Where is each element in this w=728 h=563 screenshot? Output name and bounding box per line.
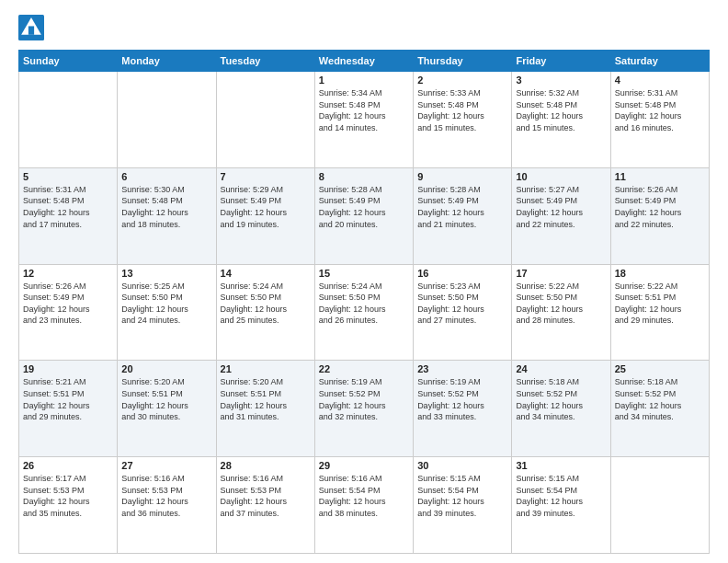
- day-info: Sunrise: 5:16 AMSunset: 5:54 PMDaylight:…: [319, 473, 409, 519]
- day-info: Sunrise: 5:31 AMSunset: 5:48 PMDaylight:…: [23, 184, 113, 230]
- day-number: 22: [319, 363, 409, 374]
- calendar-cell: 30Sunrise: 5:15 AMSunset: 5:54 PMDayligh…: [414, 457, 512, 554]
- calendar-cell: [610, 457, 709, 554]
- calendar-cell: [19, 72, 118, 168]
- calendar-cell: 17Sunrise: 5:22 AMSunset: 5:50 PMDayligh…: [512, 264, 610, 361]
- day-number: 7: [221, 171, 311, 182]
- day-info: Sunrise: 5:32 AMSunset: 5:48 PMDaylight:…: [516, 87, 606, 133]
- calendar-cell: 2Sunrise: 5:33 AMSunset: 5:48 PMDaylight…: [414, 72, 512, 168]
- day-info: Sunrise: 5:15 AMSunset: 5:54 PMDaylight:…: [417, 473, 507, 519]
- calendar-cell: 4Sunrise: 5:31 AMSunset: 5:48 PMDaylight…: [610, 72, 709, 168]
- day-number: 23: [417, 363, 507, 374]
- weekday-header-thursday: Thursday: [414, 51, 512, 72]
- week-row-1: 1Sunrise: 5:34 AMSunset: 5:48 PMDaylight…: [19, 72, 710, 168]
- weekday-header-tuesday: Tuesday: [216, 51, 314, 72]
- day-info: Sunrise: 5:15 AMSunset: 5:54 PMDaylight:…: [516, 473, 606, 519]
- day-number: 5: [23, 171, 113, 182]
- day-info: Sunrise: 5:29 AMSunset: 5:49 PMDaylight:…: [221, 184, 311, 230]
- calendar-cell: 12Sunrise: 5:26 AMSunset: 5:49 PMDayligh…: [19, 264, 118, 361]
- weekday-header-row: SundayMondayTuesdayWednesdayThursdayFrid…: [19, 51, 710, 72]
- calendar-cell: 6Sunrise: 5:30 AMSunset: 5:48 PMDaylight…: [118, 167, 216, 264]
- calendar-cell: 11Sunrise: 5:26 AMSunset: 5:49 PMDayligh…: [610, 167, 709, 264]
- calendar-table: SundayMondayTuesdayWednesdayThursdayFrid…: [18, 50, 710, 554]
- calendar-cell: [216, 72, 314, 168]
- week-row-3: 12Sunrise: 5:26 AMSunset: 5:49 PMDayligh…: [19, 264, 710, 361]
- calendar-cell: [118, 72, 216, 168]
- day-info: Sunrise: 5:21 AMSunset: 5:51 PMDaylight:…: [23, 376, 113, 422]
- day-number: 29: [319, 460, 409, 471]
- calendar-cell: 20Sunrise: 5:20 AMSunset: 5:51 PMDayligh…: [118, 361, 216, 457]
- day-info: Sunrise: 5:20 AMSunset: 5:51 PMDaylight:…: [221, 376, 311, 422]
- day-number: 15: [319, 268, 409, 279]
- calendar-cell: 24Sunrise: 5:18 AMSunset: 5:52 PMDayligh…: [512, 361, 610, 457]
- calendar-cell: 13Sunrise: 5:25 AMSunset: 5:50 PMDayligh…: [118, 264, 216, 361]
- day-info: Sunrise: 5:23 AMSunset: 5:50 PMDaylight:…: [417, 281, 507, 327]
- day-info: Sunrise: 5:27 AMSunset: 5:49 PMDaylight:…: [516, 184, 606, 230]
- calendar-cell: 19Sunrise: 5:21 AMSunset: 5:51 PMDayligh…: [19, 361, 118, 457]
- day-number: 12: [23, 268, 113, 279]
- day-number: 4: [615, 75, 705, 86]
- day-number: 16: [417, 268, 507, 279]
- day-number: 10: [516, 171, 606, 182]
- day-number: 20: [121, 363, 211, 374]
- calendar-cell: 28Sunrise: 5:16 AMSunset: 5:53 PMDayligh…: [216, 457, 314, 554]
- day-info: Sunrise: 5:31 AMSunset: 5:48 PMDaylight:…: [615, 87, 705, 133]
- calendar-cell: 9Sunrise: 5:28 AMSunset: 5:49 PMDaylight…: [414, 167, 512, 264]
- day-number: 27: [121, 460, 211, 471]
- day-number: 18: [615, 268, 705, 279]
- day-info: Sunrise: 5:18 AMSunset: 5:52 PMDaylight:…: [615, 376, 705, 422]
- calendar-cell: 10Sunrise: 5:27 AMSunset: 5:49 PMDayligh…: [512, 167, 610, 264]
- day-info: Sunrise: 5:34 AMSunset: 5:48 PMDaylight:…: [319, 87, 409, 133]
- week-row-4: 19Sunrise: 5:21 AMSunset: 5:51 PMDayligh…: [19, 361, 710, 457]
- day-info: Sunrise: 5:26 AMSunset: 5:49 PMDaylight:…: [615, 184, 705, 230]
- day-number: 30: [417, 460, 507, 471]
- day-info: Sunrise: 5:24 AMSunset: 5:50 PMDaylight:…: [221, 281, 311, 327]
- day-number: 1: [319, 75, 409, 86]
- calendar-cell: 26Sunrise: 5:17 AMSunset: 5:53 PMDayligh…: [19, 457, 118, 554]
- week-row-5: 26Sunrise: 5:17 AMSunset: 5:53 PMDayligh…: [19, 457, 710, 554]
- svg-rect-2: [28, 26, 34, 34]
- calendar-cell: 18Sunrise: 5:22 AMSunset: 5:51 PMDayligh…: [610, 264, 709, 361]
- day-number: 14: [221, 268, 311, 279]
- day-number: 2: [417, 75, 507, 86]
- calendar-cell: 27Sunrise: 5:16 AMSunset: 5:53 PMDayligh…: [118, 457, 216, 554]
- day-number: 6: [121, 171, 211, 182]
- calendar-cell: 3Sunrise: 5:32 AMSunset: 5:48 PMDaylight…: [512, 72, 610, 168]
- day-number: 9: [417, 171, 507, 182]
- day-number: 28: [221, 460, 311, 471]
- day-info: Sunrise: 5:20 AMSunset: 5:51 PMDaylight:…: [121, 376, 211, 422]
- day-info: Sunrise: 5:28 AMSunset: 5:49 PMDaylight:…: [319, 184, 409, 230]
- calendar-cell: 1Sunrise: 5:34 AMSunset: 5:48 PMDaylight…: [314, 72, 413, 168]
- day-number: 11: [615, 171, 705, 182]
- day-info: Sunrise: 5:19 AMSunset: 5:52 PMDaylight:…: [319, 376, 409, 422]
- calendar-cell: 21Sunrise: 5:20 AMSunset: 5:51 PMDayligh…: [216, 361, 314, 457]
- day-info: Sunrise: 5:25 AMSunset: 5:50 PMDaylight:…: [121, 281, 211, 327]
- weekday-header-monday: Monday: [118, 51, 216, 72]
- week-row-2: 5Sunrise: 5:31 AMSunset: 5:48 PMDaylight…: [19, 167, 710, 264]
- day-info: Sunrise: 5:19 AMSunset: 5:52 PMDaylight:…: [417, 376, 507, 422]
- calendar-cell: 16Sunrise: 5:23 AMSunset: 5:50 PMDayligh…: [414, 264, 512, 361]
- calendar-cell: 25Sunrise: 5:18 AMSunset: 5:52 PMDayligh…: [610, 361, 709, 457]
- day-info: Sunrise: 5:33 AMSunset: 5:48 PMDaylight:…: [417, 87, 507, 133]
- calendar-cell: 14Sunrise: 5:24 AMSunset: 5:50 PMDayligh…: [216, 264, 314, 361]
- weekday-header-saturday: Saturday: [610, 51, 709, 72]
- calendar-cell: 8Sunrise: 5:28 AMSunset: 5:49 PMDaylight…: [314, 167, 413, 264]
- calendar-cell: 15Sunrise: 5:24 AMSunset: 5:50 PMDayligh…: [314, 264, 413, 361]
- day-number: 25: [615, 363, 705, 374]
- calendar-cell: 31Sunrise: 5:15 AMSunset: 5:54 PMDayligh…: [512, 457, 610, 554]
- day-info: Sunrise: 5:16 AMSunset: 5:53 PMDaylight:…: [121, 473, 211, 519]
- day-info: Sunrise: 5:22 AMSunset: 5:50 PMDaylight:…: [516, 281, 606, 327]
- day-number: 21: [221, 363, 311, 374]
- day-info: Sunrise: 5:26 AMSunset: 5:49 PMDaylight:…: [23, 281, 113, 327]
- calendar-cell: 23Sunrise: 5:19 AMSunset: 5:52 PMDayligh…: [414, 361, 512, 457]
- weekday-header-friday: Friday: [512, 51, 610, 72]
- logo: [18, 15, 48, 40]
- calendar-cell: 7Sunrise: 5:29 AMSunset: 5:49 PMDaylight…: [216, 167, 314, 264]
- day-info: Sunrise: 5:22 AMSunset: 5:51 PMDaylight:…: [615, 281, 705, 327]
- day-info: Sunrise: 5:28 AMSunset: 5:49 PMDaylight:…: [417, 184, 507, 230]
- day-info: Sunrise: 5:17 AMSunset: 5:53 PMDaylight:…: [23, 473, 113, 519]
- calendar-cell: 5Sunrise: 5:31 AMSunset: 5:48 PMDaylight…: [19, 167, 118, 264]
- day-info: Sunrise: 5:18 AMSunset: 5:52 PMDaylight:…: [516, 376, 606, 422]
- logo-icon: [18, 15, 44, 40]
- day-info: Sunrise: 5:30 AMSunset: 5:48 PMDaylight:…: [121, 184, 211, 230]
